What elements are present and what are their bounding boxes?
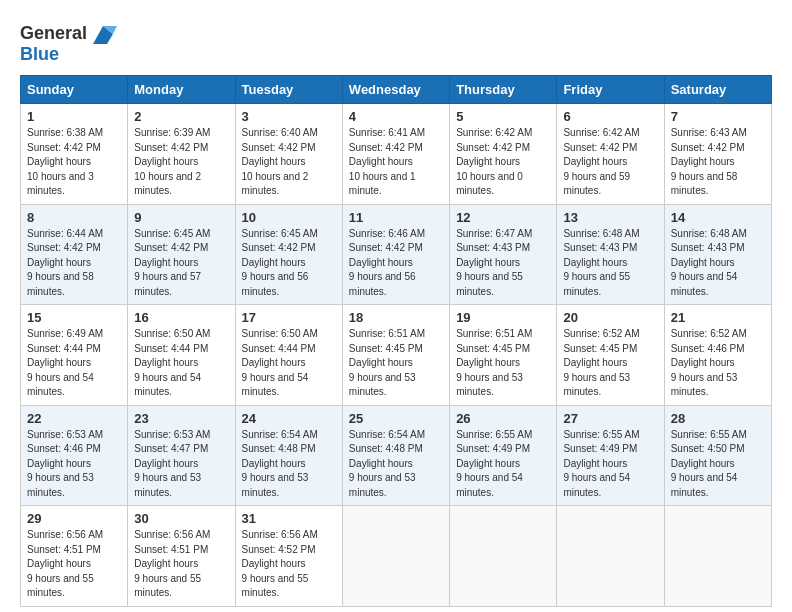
day-number: 19 — [456, 310, 550, 325]
calendar-cell: 12 Sunrise: 6:47 AMSunset: 4:43 PMDaylig… — [450, 204, 557, 305]
cell-content: Sunrise: 6:52 AMSunset: 4:45 PMDaylight … — [563, 328, 639, 397]
calendar-week-3: 15 Sunrise: 6:49 AMSunset: 4:44 PMDaylig… — [21, 305, 772, 406]
cell-content: Sunrise: 6:53 AMSunset: 4:46 PMDaylight … — [27, 429, 103, 498]
calendar-cell: 14 Sunrise: 6:48 AMSunset: 4:43 PMDaylig… — [664, 204, 771, 305]
cell-content: Sunrise: 6:45 AMSunset: 4:42 PMDaylight … — [242, 228, 318, 297]
day-number: 17 — [242, 310, 336, 325]
calendar-header-row: SundayMondayTuesdayWednesdayThursdayFrid… — [21, 76, 772, 104]
day-number: 25 — [349, 411, 443, 426]
calendar-cell — [342, 506, 449, 607]
cell-content: Sunrise: 6:42 AMSunset: 4:42 PMDaylight … — [563, 127, 639, 196]
day-number: 22 — [27, 411, 121, 426]
day-number: 12 — [456, 210, 550, 225]
calendar-cell — [450, 506, 557, 607]
cell-content: Sunrise: 6:50 AMSunset: 4:44 PMDaylight … — [242, 328, 318, 397]
cell-content: Sunrise: 6:47 AMSunset: 4:43 PMDaylight … — [456, 228, 532, 297]
calendar-cell: 26 Sunrise: 6:55 AMSunset: 4:49 PMDaylig… — [450, 405, 557, 506]
cell-content: Sunrise: 6:38 AMSunset: 4:42 PMDaylight … — [27, 127, 103, 196]
calendar-cell: 7 Sunrise: 6:43 AMSunset: 4:42 PMDayligh… — [664, 104, 771, 205]
cell-content: Sunrise: 6:41 AMSunset: 4:42 PMDaylight … — [349, 127, 425, 196]
day-number: 6 — [563, 109, 657, 124]
day-number: 20 — [563, 310, 657, 325]
day-number: 23 — [134, 411, 228, 426]
day-number: 18 — [349, 310, 443, 325]
day-number: 7 — [671, 109, 765, 124]
calendar-cell: 8 Sunrise: 6:44 AMSunset: 4:42 PMDayligh… — [21, 204, 128, 305]
page: General Blue SundayMondayTuesdayWednesda… — [0, 0, 792, 612]
calendar-cell: 2 Sunrise: 6:39 AMSunset: 4:42 PMDayligh… — [128, 104, 235, 205]
calendar-cell: 17 Sunrise: 6:50 AMSunset: 4:44 PMDaylig… — [235, 305, 342, 406]
calendar-cell: 23 Sunrise: 6:53 AMSunset: 4:47 PMDaylig… — [128, 405, 235, 506]
day-number: 3 — [242, 109, 336, 124]
day-number: 10 — [242, 210, 336, 225]
day-number: 28 — [671, 411, 765, 426]
calendar-table: SundayMondayTuesdayWednesdayThursdayFrid… — [20, 75, 772, 607]
calendar-header-friday: Friday — [557, 76, 664, 104]
cell-content: Sunrise: 6:43 AMSunset: 4:42 PMDaylight … — [671, 127, 747, 196]
cell-content: Sunrise: 6:51 AMSunset: 4:45 PMDaylight … — [349, 328, 425, 397]
calendar-cell: 29 Sunrise: 6:56 AMSunset: 4:51 PMDaylig… — [21, 506, 128, 607]
day-number: 2 — [134, 109, 228, 124]
cell-content: Sunrise: 6:55 AMSunset: 4:49 PMDaylight … — [456, 429, 532, 498]
calendar-cell: 25 Sunrise: 6:54 AMSunset: 4:48 PMDaylig… — [342, 405, 449, 506]
calendar-header-sunday: Sunday — [21, 76, 128, 104]
cell-content: Sunrise: 6:55 AMSunset: 4:50 PMDaylight … — [671, 429, 747, 498]
cell-content: Sunrise: 6:42 AMSunset: 4:42 PMDaylight … — [456, 127, 532, 196]
calendar-cell: 13 Sunrise: 6:48 AMSunset: 4:43 PMDaylig… — [557, 204, 664, 305]
day-number: 30 — [134, 511, 228, 526]
calendar-week-1: 1 Sunrise: 6:38 AMSunset: 4:42 PMDayligh… — [21, 104, 772, 205]
cell-content: Sunrise: 6:55 AMSunset: 4:49 PMDaylight … — [563, 429, 639, 498]
calendar-header-tuesday: Tuesday — [235, 76, 342, 104]
calendar-cell: 4 Sunrise: 6:41 AMSunset: 4:42 PMDayligh… — [342, 104, 449, 205]
calendar-week-2: 8 Sunrise: 6:44 AMSunset: 4:42 PMDayligh… — [21, 204, 772, 305]
calendar-cell: 16 Sunrise: 6:50 AMSunset: 4:44 PMDaylig… — [128, 305, 235, 406]
cell-content: Sunrise: 6:50 AMSunset: 4:44 PMDaylight … — [134, 328, 210, 397]
calendar-cell: 18 Sunrise: 6:51 AMSunset: 4:45 PMDaylig… — [342, 305, 449, 406]
cell-content: Sunrise: 6:44 AMSunset: 4:42 PMDaylight … — [27, 228, 103, 297]
day-number: 5 — [456, 109, 550, 124]
day-number: 1 — [27, 109, 121, 124]
calendar-cell: 27 Sunrise: 6:55 AMSunset: 4:49 PMDaylig… — [557, 405, 664, 506]
day-number: 11 — [349, 210, 443, 225]
calendar-cell: 6 Sunrise: 6:42 AMSunset: 4:42 PMDayligh… — [557, 104, 664, 205]
logo: General Blue — [20, 20, 119, 65]
cell-content: Sunrise: 6:39 AMSunset: 4:42 PMDaylight … — [134, 127, 210, 196]
day-number: 4 — [349, 109, 443, 124]
calendar-cell: 9 Sunrise: 6:45 AMSunset: 4:42 PMDayligh… — [128, 204, 235, 305]
cell-content: Sunrise: 6:49 AMSunset: 4:44 PMDaylight … — [27, 328, 103, 397]
calendar-cell: 10 Sunrise: 6:45 AMSunset: 4:42 PMDaylig… — [235, 204, 342, 305]
day-number: 26 — [456, 411, 550, 426]
calendar-cell — [557, 506, 664, 607]
calendar-header-monday: Monday — [128, 76, 235, 104]
cell-content: Sunrise: 6:56 AMSunset: 4:51 PMDaylight … — [27, 529, 103, 598]
calendar-cell: 20 Sunrise: 6:52 AMSunset: 4:45 PMDaylig… — [557, 305, 664, 406]
calendar-cell: 28 Sunrise: 6:55 AMSunset: 4:50 PMDaylig… — [664, 405, 771, 506]
day-number: 24 — [242, 411, 336, 426]
day-number: 15 — [27, 310, 121, 325]
cell-content: Sunrise: 6:48 AMSunset: 4:43 PMDaylight … — [563, 228, 639, 297]
calendar-cell: 22 Sunrise: 6:53 AMSunset: 4:46 PMDaylig… — [21, 405, 128, 506]
cell-content: Sunrise: 6:56 AMSunset: 4:52 PMDaylight … — [242, 529, 318, 598]
calendar-week-4: 22 Sunrise: 6:53 AMSunset: 4:46 PMDaylig… — [21, 405, 772, 506]
calendar-cell: 21 Sunrise: 6:52 AMSunset: 4:46 PMDaylig… — [664, 305, 771, 406]
calendar-cell: 31 Sunrise: 6:56 AMSunset: 4:52 PMDaylig… — [235, 506, 342, 607]
day-number: 14 — [671, 210, 765, 225]
cell-content: Sunrise: 6:54 AMSunset: 4:48 PMDaylight … — [349, 429, 425, 498]
day-number: 31 — [242, 511, 336, 526]
cell-content: Sunrise: 6:56 AMSunset: 4:51 PMDaylight … — [134, 529, 210, 598]
day-number: 8 — [27, 210, 121, 225]
cell-content: Sunrise: 6:54 AMSunset: 4:48 PMDaylight … — [242, 429, 318, 498]
logo-text: General — [20, 24, 87, 44]
day-number: 9 — [134, 210, 228, 225]
header: General Blue — [20, 16, 772, 65]
cell-content: Sunrise: 6:51 AMSunset: 4:45 PMDaylight … — [456, 328, 532, 397]
calendar-cell: 3 Sunrise: 6:40 AMSunset: 4:42 PMDayligh… — [235, 104, 342, 205]
calendar-cell: 5 Sunrise: 6:42 AMSunset: 4:42 PMDayligh… — [450, 104, 557, 205]
day-number: 27 — [563, 411, 657, 426]
calendar-header-thursday: Thursday — [450, 76, 557, 104]
cell-content: Sunrise: 6:48 AMSunset: 4:43 PMDaylight … — [671, 228, 747, 297]
calendar-cell: 19 Sunrise: 6:51 AMSunset: 4:45 PMDaylig… — [450, 305, 557, 406]
logo-icon — [89, 20, 117, 48]
calendar-cell: 15 Sunrise: 6:49 AMSunset: 4:44 PMDaylig… — [21, 305, 128, 406]
day-number: 13 — [563, 210, 657, 225]
